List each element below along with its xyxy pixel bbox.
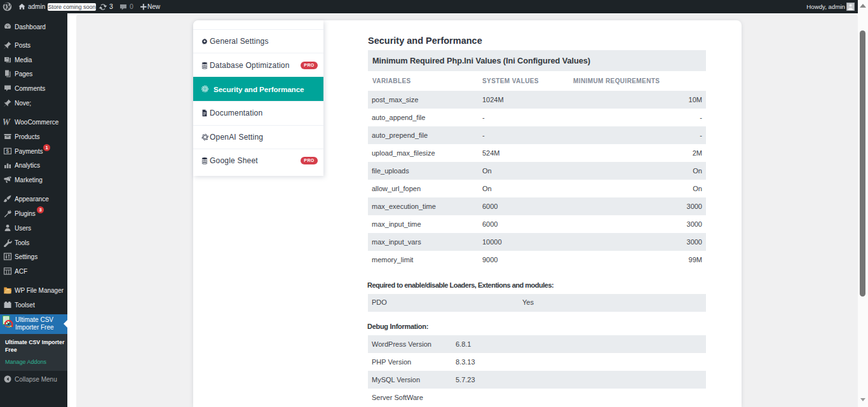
svg-text:W: W: [3, 117, 11, 126]
svg-text:$: $: [6, 148, 9, 154]
